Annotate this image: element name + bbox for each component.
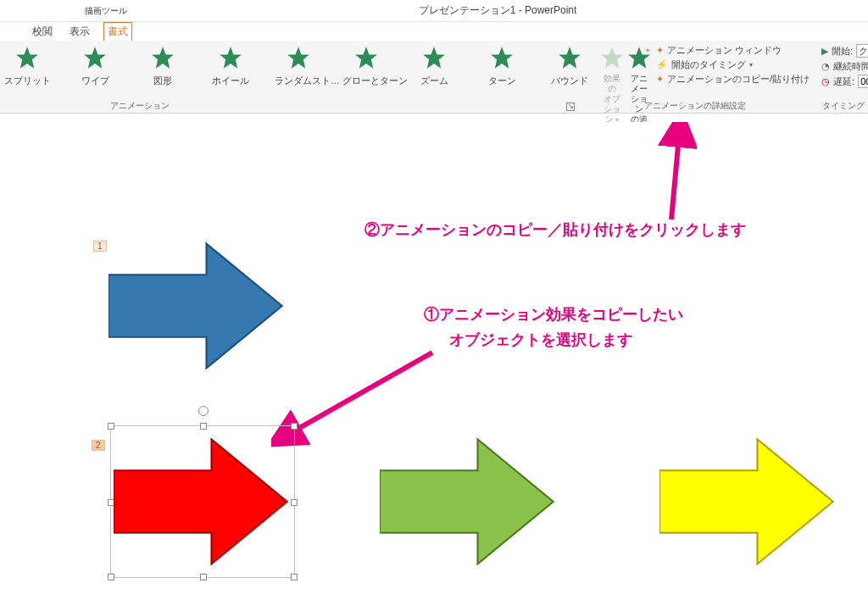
annotation-text-2: ②アニメーションのコピー／貼り付けをクリックします [364, 219, 746, 240]
effect-options-button: 効果のオプション ▾ [600, 41, 624, 113]
svg-marker-4 [287, 47, 309, 69]
resize-handle-s[interactable] [200, 574, 207, 580]
effect-options-icon [600, 46, 624, 69]
svg-marker-6 [423, 47, 445, 69]
shape-red-arrow[interactable] [114, 429, 292, 574]
tab-view[interactable]: 表示 [66, 23, 93, 41]
svg-line-13 [671, 127, 680, 219]
start-label: 開始: [832, 45, 853, 58]
resize-handle-e[interactable] [291, 499, 298, 506]
window-title: プレゼンテーション1 - PowerPoint [127, 3, 868, 18]
svg-marker-7 [491, 47, 513, 69]
group-label-timing: タイミング [822, 100, 865, 112]
start-play-icon: ▶ [821, 46, 828, 57]
anim-bound[interactable]: バウンド [546, 44, 593, 87]
svg-marker-19 [659, 440, 833, 564]
trigger-icon: ⚡ [656, 59, 668, 70]
animation-dialog-launcher-icon[interactable]: ↘ [566, 103, 575, 111]
group-label-animation: アニメーション [110, 100, 170, 112]
contextual-tab-group: 描画ツール [85, 5, 127, 17]
duration-icon: ◔ [821, 61, 830, 72]
animation-painter-icon: ✦ [656, 74, 664, 85]
svg-marker-14 [108, 244, 282, 369]
shape-green-arrow[interactable] [380, 429, 558, 574]
anim-zoom[interactable]: ズーム [410, 44, 458, 87]
anim-wheel[interactable]: ホイール [207, 44, 254, 87]
contextual-tab-caption: 描画ツール [85, 5, 127, 17]
tab-format[interactable]: 書式 [103, 22, 132, 41]
svg-marker-9 [601, 47, 623, 69]
animation-pane-icon: ✦ [656, 45, 664, 56]
ribbon: スプリット ワイプ 図形 ホイール ランダムスト… グローとターン ズーム タ [0, 41, 868, 114]
svg-marker-18 [380, 440, 554, 564]
svg-marker-2 [152, 47, 174, 69]
add-animation-icon: + [627, 46, 651, 69]
animation-gallery[interactable]: スプリット ワイプ 図形 ホイール ランダムスト… グローとターン ズーム タ [0, 41, 597, 113]
svg-text:+: + [645, 46, 650, 55]
slide-canvas[interactable]: ②アニメーションのコピー／貼り付けをクリックします 1 ①アニメーション効果をコ… [0, 122, 868, 605]
svg-marker-8 [559, 47, 581, 69]
anim-split[interactable]: スプリット [3, 44, 51, 87]
delay-input[interactable] [858, 75, 868, 88]
resize-handle-sw[interactable] [108, 574, 114, 580]
anim-shape[interactable]: 図形 [139, 44, 186, 87]
resize-handle-se[interactable] [291, 574, 298, 580]
delay-icon: ◷ [821, 76, 830, 87]
animation-tag-1[interactable]: 1 [93, 241, 107, 252]
anim-turn[interactable]: ターン [478, 44, 526, 87]
svg-marker-3 [220, 47, 242, 69]
svg-line-16 [283, 352, 432, 437]
annotation-text-1a: ①アニメーション効果をコピーしたい [424, 304, 683, 325]
animation-pane-button[interactable]: ✦ アニメーション ウィンドウ [656, 44, 810, 57]
svg-marker-1 [84, 47, 106, 69]
ribbon-tabs: 校閲 表示 書式 [0, 22, 868, 41]
start-select[interactable]: クリック時 [856, 44, 868, 58]
shape-yellow-arrow[interactable] [659, 429, 837, 574]
rotate-handle-icon[interactable] [198, 406, 209, 416]
delay-label: 遅延: [833, 75, 854, 88]
svg-marker-17 [114, 440, 287, 564]
animation-tag-2[interactable]: 2 [92, 440, 105, 451]
tab-review[interactable]: 校閲 [29, 23, 56, 41]
anim-wipe[interactable]: ワイプ [71, 44, 119, 87]
anim-grow-turn[interactable]: グローとターン [342, 44, 390, 87]
anim-random-stripes[interactable]: ランダムスト… [275, 44, 322, 87]
annotation-arrow-top [646, 122, 697, 224]
trigger-button[interactable]: ⚡ 開始のタイミング ▾ [656, 58, 810, 71]
svg-marker-0 [16, 47, 38, 69]
svg-marker-5 [355, 47, 377, 69]
title-bar: 描画ツール プレゼンテーション1 - PowerPoint [0, 0, 868, 22]
duration-label: 継続時間: [833, 60, 868, 73]
group-label-advanced: アニメーションの詳細設定 [644, 100, 746, 112]
shape-blue-arrow[interactable] [108, 234, 287, 378]
animation-painter-button[interactable]: ✦ アニメーションのコピー/貼り付け [656, 73, 810, 86]
annotation-text-1b: オブジェクトを選択します [449, 330, 632, 350]
resize-handle-ne[interactable] [291, 423, 298, 430]
